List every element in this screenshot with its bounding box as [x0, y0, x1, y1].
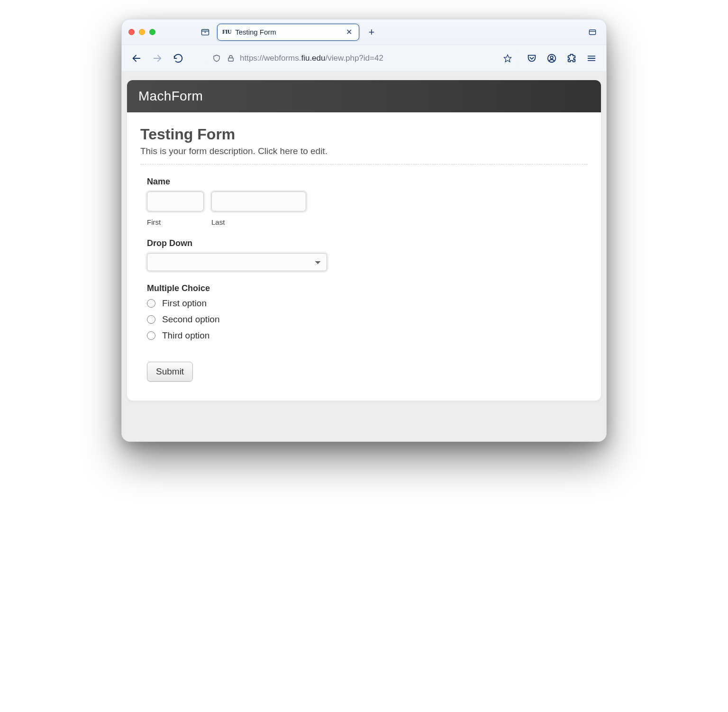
forward-button[interactable] — [148, 49, 166, 67]
extensions-icon[interactable] — [563, 49, 581, 67]
url-host: fiu.edu — [301, 54, 325, 63]
form-body: Testing Form This is your form descripti… — [127, 112, 601, 401]
url-prefix: https://webforms. — [240, 54, 301, 63]
window-minimize-button[interactable] — [139, 29, 145, 35]
pocket-icon[interactable] — [523, 49, 541, 67]
svg-rect-7 — [228, 58, 234, 61]
radio-label-3: Third option — [162, 330, 209, 341]
field-name: Name First Last — [140, 177, 588, 226]
radio-option-1[interactable]: First option — [147, 298, 588, 309]
window-maximize-button[interactable] — [149, 29, 155, 35]
tab-overview-icon[interactable] — [585, 25, 600, 39]
radio-label-2: Second option — [162, 314, 220, 325]
tab-close-icon[interactable]: ✕ — [345, 27, 353, 37]
multiple-choice-label: Multiple Choice — [147, 283, 588, 293]
radio-input-3[interactable] — [147, 331, 155, 340]
first-name-sublabel: First — [147, 218, 204, 226]
radio-label-1: First option — [162, 298, 207, 309]
window-controls — [128, 29, 155, 35]
page-viewport: MachForm Testing Form This is your form … — [122, 72, 606, 441]
radio-list: First option Second option Third option — [147, 298, 588, 341]
form-description: This is your form description. Click her… — [140, 146, 588, 156]
bookmark-star-icon[interactable] — [502, 53, 513, 64]
browser-toolbar: https://webforms.fiu.edu/view.php?id=42 — [122, 45, 606, 72]
radio-input-2[interactable] — [147, 315, 155, 324]
svg-rect-3 — [589, 30, 595, 35]
radio-option-3[interactable]: Third option — [147, 330, 588, 341]
dropdown-select[interactable] — [147, 253, 327, 271]
form-header: MachForm — [127, 80, 601, 112]
browser-tab[interactable]: FIU Testing Form ✕ — [217, 24, 359, 41]
sidebar-toggle-icon[interactable] — [198, 25, 212, 39]
first-name-input[interactable] — [147, 192, 204, 211]
name-label: Name — [147, 177, 588, 187]
url-suffix: /view.php?id=42 — [325, 54, 383, 63]
titlebar: FIU Testing Form ✕ + — [122, 19, 606, 45]
app-brand: MachForm — [138, 89, 590, 104]
new-tab-button[interactable]: + — [364, 25, 379, 40]
tab-favicon: FIU — [222, 28, 231, 36]
field-dropdown: Drop Down — [140, 238, 588, 271]
dropdown-label: Drop Down — [147, 238, 588, 248]
account-icon[interactable] — [543, 49, 561, 67]
divider — [140, 164, 588, 164]
last-name-sublabel: Last — [211, 218, 306, 226]
address-bar[interactable]: https://webforms.fiu.edu/view.php?id=42 — [207, 49, 517, 68]
reload-button[interactable] — [169, 49, 187, 67]
form-title: Testing Form — [140, 126, 588, 143]
submit-button[interactable]: Submit — [147, 362, 193, 382]
svg-marker-8 — [504, 55, 511, 62]
lock-icon[interactable] — [226, 53, 236, 64]
field-multiple-choice: Multiple Choice First option Second opti… — [140, 283, 588, 341]
browser-window: FIU Testing Form ✕ + — [121, 19, 607, 442]
svg-point-10 — [550, 56, 553, 59]
tab-title: Testing Form — [235, 28, 341, 36]
last-name-input[interactable] — [211, 192, 306, 211]
menu-icon[interactable] — [582, 49, 601, 67]
window-close-button[interactable] — [128, 29, 135, 35]
shield-icon[interactable] — [211, 53, 222, 64]
radio-option-2[interactable]: Second option — [147, 314, 588, 325]
url-text: https://webforms.fiu.edu/view.php?id=42 — [240, 54, 499, 63]
back-button[interactable] — [127, 49, 146, 67]
radio-input-1[interactable] — [147, 299, 155, 308]
form-card: MachForm Testing Form This is your form … — [127, 80, 601, 401]
